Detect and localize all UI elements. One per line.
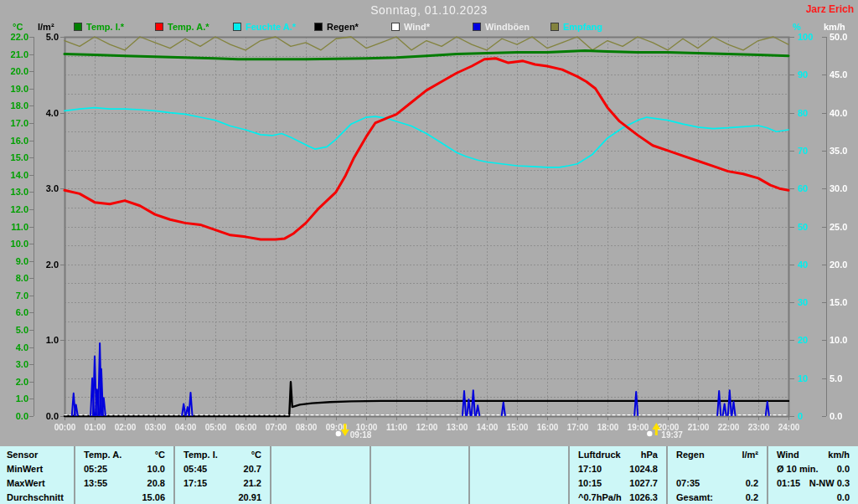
weather-chart-canvas [0,0,858,446]
table-row: 07:350.2 [668,476,767,491]
table-row-label: MinWert [0,462,74,476]
table-row [668,462,767,476]
cell-right: N-NW 0.3 [809,476,850,491]
cell-right: 20.8 [147,476,165,491]
legend-item-empfang: Empfang [550,22,602,32]
cell-right: 1026.3 [629,491,658,504]
cell-left: 10:15 [578,476,602,491]
cell-right: 21.2 [244,476,261,491]
cell-right: 15.06 [142,491,165,504]
table-column-header: Regenl/m² [668,446,767,462]
table-row [271,462,370,476]
station-owner-label: Jarz Erich [806,3,854,15]
table-column-header [371,446,468,462]
cell-left: 05:25 [84,462,107,476]
table-row [470,476,568,491]
cell-right: 0.2 [746,476,758,491]
table-column-header: Windkm/h [768,446,858,462]
cell-right: 20.91 [238,491,261,504]
cell-left: 07:35 [676,476,700,491]
weather-app-window: Sonntag, 01.10.2023 Jarz Erich °C l/m² %… [0,0,858,504]
table-row: 01:15N-NW 0.3 [768,476,858,491]
cell-left: Ø 10 min. [777,462,819,476]
table-row: 13:5520.8 [75,476,173,491]
table-column-header [470,446,568,462]
cell-left: 17:15 [183,476,207,491]
cell-right: l/m² [742,448,758,462]
legend-swatch-icon [155,23,163,31]
cell-right: 20.7 [244,462,261,476]
legend-label: Wind* [404,22,430,32]
cell-right: 1027.7 [629,476,658,491]
table-row: 20.91 [175,491,270,504]
cell-left: Wind [777,448,799,462]
table-row: 05:4520.7 [175,462,270,476]
cell-right: 0.2 [746,491,758,504]
cell-right: km/h [828,448,850,462]
cell-left: Luftdruck [578,448,621,462]
cell-left: Temp. I. [183,448,218,462]
page-title: Sonntag, 01.10.2023 [0,3,858,17]
legend-item-regen: Regen* [314,22,359,32]
legend-swatch-icon [473,23,481,31]
legend-item-tempi: Temp. I.* [74,22,124,32]
table-row: Ø 10 min.0.0 [768,462,858,476]
cell-right: hPa [641,448,658,462]
table-row: 10:151027.7 [570,476,666,491]
legend-item-tempa: Temp. A.* [155,22,209,32]
table-row [470,491,568,504]
legend-swatch-icon [233,23,241,31]
table-row: 05:2510.0 [75,462,173,476]
legend-item-windben: Windböen [473,22,530,32]
legend-label: Windböen [485,22,530,32]
cell-left: Gesamt: [676,491,713,504]
legend-swatch-icon [74,23,82,31]
legend-label: Regen* [327,22,359,32]
cell-right: 1024.8 [629,462,658,476]
legend-swatch-icon [314,23,323,31]
table-sensor-column-regen: Regenl/m²07:350.2Gesamt:0.2 [666,446,767,504]
table-column-header: Temp. A.°C [75,446,173,462]
legend-label: Temp. A.* [168,22,209,32]
table-row-label: MaxWert [0,476,74,491]
table-row [470,462,568,476]
table-row: 0.0 [768,491,858,504]
cell-right: 10.0 [147,462,165,476]
table-row [271,476,370,491]
table-row: ^0.7hPa/h1026.3 [570,491,666,504]
cell-left: Temp. A. [84,448,121,462]
table-sensor-column-tempa: Temp. A.°C05:2510.013:5520.815.06 [74,446,173,504]
table-sensor-column-empty [370,446,468,504]
cell-left: 01:15 [777,476,800,491]
table-sensor-column-luftdruck: LuftdruckhPa17:101024.810:151027.7^0.7hP… [568,446,666,504]
legend-swatch-icon [550,23,559,31]
table-row: Gesamt:0.2 [668,491,767,504]
table-row: 15.06 [75,491,173,504]
table-sensor-column-wind: Windkm/hØ 10 min.0.001:15N-NW 0.30.0 [767,446,858,504]
table-column-header: LuftdruckhPa [570,446,666,462]
cell-left: 05:45 [183,462,207,476]
table-row [371,476,468,491]
table-column-header: Temp. I.°C [175,446,270,462]
cell-right: °C [155,448,165,462]
legend-label: Temp. I.* [86,22,124,32]
table-sensor-column-empty [270,446,370,504]
table-row: 17:101024.8 [570,462,666,476]
table-row-labels-column: SensorMinWertMaxWertDurchschnitt [0,446,74,504]
table-column-header [271,446,370,462]
legend-item-feuchtea: Feuchte A.* [233,22,296,32]
cell-left: 17:10 [578,462,602,476]
legend-label: Feuchte A.* [246,22,296,32]
table-row [371,462,468,476]
table-row [271,491,370,504]
cell-left: 13:55 [84,476,107,491]
chart-legend: Temp. I.*Temp. A.*Feuchte A.*Regen*Wind*… [0,22,858,33]
cell-left: ^0.7hPa/h [578,491,622,504]
table-sensor-column-tempi: Temp. I.°C05:4520.717:1521.220.91 [173,446,270,504]
sensor-summary-table: SensorMinWertMaxWertDurchschnittTemp. A.… [0,446,858,504]
legend-swatch-icon [391,23,400,31]
legend-item-wind: Wind* [391,22,430,32]
table-row-label: Sensor [0,446,74,462]
cell-left: Regen [676,448,705,462]
legend-label: Empfang [563,22,602,32]
